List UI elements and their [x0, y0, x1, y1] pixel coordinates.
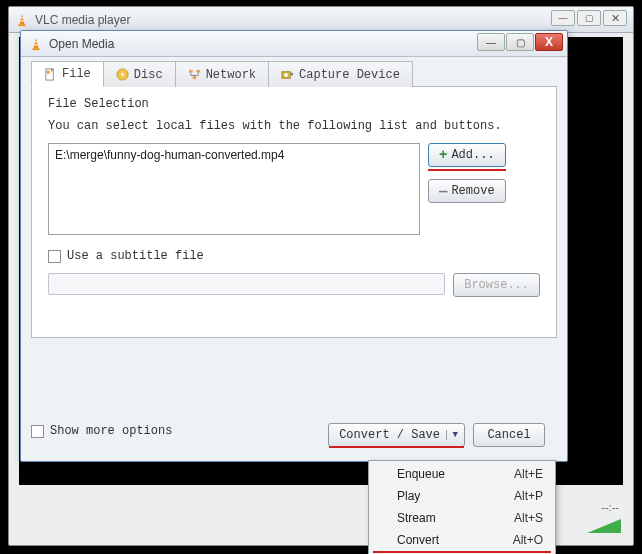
subtitle-label: Use a subtitle file [67, 249, 204, 263]
tabpanel-file: File Selection You can select local file… [31, 86, 557, 338]
menu-item-shortcut: Alt+E [514, 467, 543, 481]
annotation-underline [373, 551, 551, 553]
dropdown-arrow-icon[interactable]: ▼ [446, 430, 458, 440]
capture-icon [281, 68, 294, 81]
svg-marker-4 [587, 519, 621, 533]
subtitle-path-input [48, 273, 445, 295]
dialog-title: Open Media [49, 37, 114, 51]
svg-marker-0 [19, 13, 24, 24]
file-list-item[interactable]: E:\merge\funny-dog-human-converted.mp4 [55, 148, 413, 162]
show-more-label: Show more options [50, 424, 172, 438]
menu-item-label: Stream [397, 511, 436, 525]
main-minimize-button[interactable]: — [551, 10, 575, 26]
menu-item-shortcut: Alt+S [514, 511, 543, 525]
tab-disc[interactable]: Disc [103, 61, 176, 87]
svg-rect-6 [33, 48, 40, 50]
svg-rect-14 [189, 70, 193, 73]
open-media-dialog: Open Media — ▢ X File Disc [20, 30, 568, 462]
svg-rect-15 [196, 70, 200, 73]
menu-item-convert[interactable]: Convert Alt+O [371, 529, 553, 551]
volume-indicator-icon[interactable] [587, 517, 621, 537]
svg-point-18 [284, 73, 288, 77]
tab-network-label: Network [206, 68, 256, 82]
cancel-label: Cancel [487, 428, 530, 442]
dialog-close-button[interactable]: X [535, 33, 563, 51]
main-close-button[interactable]: ✕ [603, 10, 627, 26]
tab-disc-label: Disc [134, 68, 163, 82]
svg-point-13 [121, 73, 124, 76]
browse-button: Browse... [453, 273, 540, 297]
remove-button-label: Remove [451, 184, 494, 198]
file-icon [44, 68, 57, 81]
annotation-underline [428, 169, 506, 171]
dialog-minimize-button[interactable]: — [477, 33, 505, 51]
menu-item-label: Convert [397, 533, 439, 547]
add-button-label: Add... [451, 148, 494, 162]
menu-item-label: Enqueue [397, 467, 445, 481]
network-icon [188, 68, 201, 81]
file-list[interactable]: E:\merge\funny-dog-human-converted.mp4 [48, 143, 420, 235]
svg-marker-5 [33, 37, 38, 48]
add-button[interactable]: + Add... [428, 143, 506, 167]
menu-item-label: Play [397, 489, 420, 503]
show-more-checkbox[interactable] [31, 425, 44, 438]
svg-rect-19 [290, 73, 293, 76]
subtitle-checkbox[interactable] [48, 250, 61, 263]
main-maximize-button[interactable]: ▢ [577, 10, 601, 26]
convert-save-button[interactable]: Convert / Save ▼ [328, 423, 465, 447]
browse-label: Browse... [464, 278, 529, 292]
remove-button[interactable]: — Remove [428, 179, 506, 203]
svg-rect-3 [20, 20, 24, 21]
minus-icon: — [439, 183, 447, 199]
disc-icon [116, 68, 129, 81]
tab-capture[interactable]: Capture Device [268, 61, 413, 87]
menu-item-stream[interactable]: Stream Alt+S [371, 507, 553, 529]
menu-item-play[interactable]: Play Alt+P [371, 485, 553, 507]
svg-rect-8 [34, 44, 38, 45]
plus-icon: + [439, 147, 447, 163]
menu-item-shortcut: Alt+O [513, 533, 543, 547]
svg-rect-1 [19, 24, 26, 26]
svg-rect-7 [34, 41, 38, 42]
tab-file[interactable]: File [31, 61, 104, 87]
time-display: --:-- [601, 501, 619, 513]
vlc-cone-icon [29, 37, 43, 51]
tabstrip: File Disc Network Capture Device [31, 61, 557, 87]
vlc-cone-icon [15, 13, 29, 27]
dialog-titlebar[interactable]: Open Media — ▢ X [21, 31, 567, 57]
tab-network[interactable]: Network [175, 61, 269, 87]
dialog-maximize-button[interactable]: ▢ [506, 33, 534, 51]
cancel-button[interactable]: Cancel [473, 423, 545, 447]
menu-item-shortcut: Alt+P [514, 489, 543, 503]
main-title: VLC media player [35, 13, 130, 27]
convert-save-label: Convert / Save [339, 428, 440, 442]
svg-rect-2 [20, 17, 24, 18]
help-text: You can select local files with the foll… [48, 119, 540, 133]
section-label: File Selection [48, 97, 540, 111]
tab-capture-label: Capture Device [299, 68, 400, 82]
svg-rect-11 [47, 70, 50, 73]
tab-file-label: File [62, 67, 91, 81]
menu-item-enqueue[interactable]: Enqueue Alt+E [371, 463, 553, 485]
annotation-underline [329, 446, 464, 448]
convert-save-menu: Enqueue Alt+E Play Alt+P Stream Alt+S Co… [368, 460, 556, 554]
